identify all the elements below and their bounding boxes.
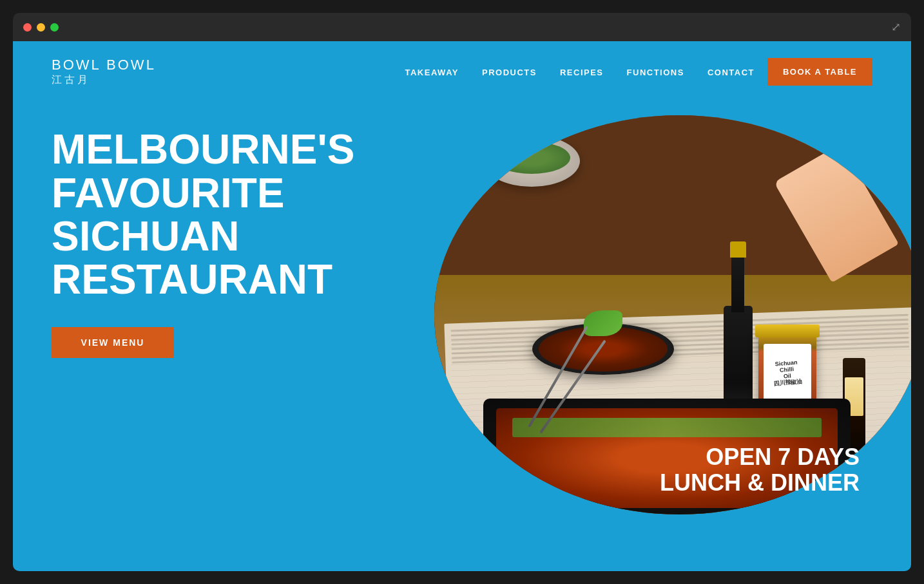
bottle-cap [730, 241, 746, 258]
website-content: BOWL BOWL 江古月 TAKEAWAY PRODUCTS RECIPES … [13, 41, 911, 571]
nav-item-recipes[interactable]: RECIPES [560, 66, 604, 78]
navbar: BOWL BOWL 江古月 TAKEAWAY PRODUCTS RECIPES … [13, 41, 911, 102]
expand-icon[interactable]: ⤢ [891, 20, 901, 34]
nav-link-recipes[interactable]: RECIPES [560, 68, 604, 77]
logo[interactable]: BOWL BOWL 江古月 [52, 57, 156, 87]
minimize-button[interactable] [37, 23, 45, 32]
garnish [584, 310, 622, 336]
headline-line2: FAVOURITE SICHUAN [52, 172, 361, 258]
nav-item-functions[interactable]: FUNCTIONS [627, 66, 684, 78]
book-table-button[interactable]: BOOK A TABLE [767, 58, 872, 86]
logo-sub-text: 江古月 [52, 73, 156, 87]
jar-label-text: SichuanChilliOil四川辣椒油 [771, 358, 805, 389]
nav-item-products[interactable]: PRODUCTS [482, 66, 537, 78]
browser-window: ⤢ BOWL BOWL 江古月 TAKEAWAY PRODUCTS RECIPE… [13, 13, 911, 571]
bowl-food [483, 135, 580, 187]
nav-link-functions[interactable]: FUNCTIONS [627, 68, 684, 77]
open-days-text: OPEN 7 DAYS [660, 444, 860, 470]
maximize-button[interactable] [50, 23, 59, 32]
bottle-neck [731, 254, 744, 312]
nav-link-contact[interactable]: CONTACT [707, 68, 755, 77]
hand-chopsticks [774, 144, 899, 283]
jar-lid [755, 325, 820, 337]
nav-item-contact[interactable]: CONTACT [707, 66, 755, 78]
pan-garnish [512, 418, 822, 437]
logo-main-text: BOWL BOWL [52, 57, 156, 73]
hero-section: SichuanChilliOil四川辣椒油 [13, 102, 911, 521]
open-info: OPEN 7 DAYS LUNCH & DINNER [660, 444, 860, 495]
open-hours-text: LUNCH & DINNER [660, 470, 860, 496]
close-button[interactable] [23, 23, 32, 32]
hero-headline: MELBOURNE'S FAVOURITE SICHUAN RESTAURANT [52, 128, 361, 301]
view-menu-button[interactable]: VIEW MENU [52, 327, 174, 358]
headline-line3: RESTAURANT [52, 258, 361, 301]
nav-links: TAKEAWAY PRODUCTS RECIPES FUNCTIONS CONT… [405, 66, 755, 78]
headline-line1: MELBOURNE'S [52, 128, 361, 171]
browser-controls [23, 23, 59, 32]
jar-label: SichuanChilliOil四川辣椒油 [764, 344, 811, 402]
nav-link-takeaway[interactable]: TAKEAWAY [405, 68, 459, 77]
nav-item-takeaway[interactable]: TAKEAWAY [405, 66, 459, 78]
browser-titlebar: ⤢ [13, 13, 911, 41]
main-plate [532, 323, 674, 375]
nav-link-products[interactable]: PRODUCTS [482, 68, 537, 77]
